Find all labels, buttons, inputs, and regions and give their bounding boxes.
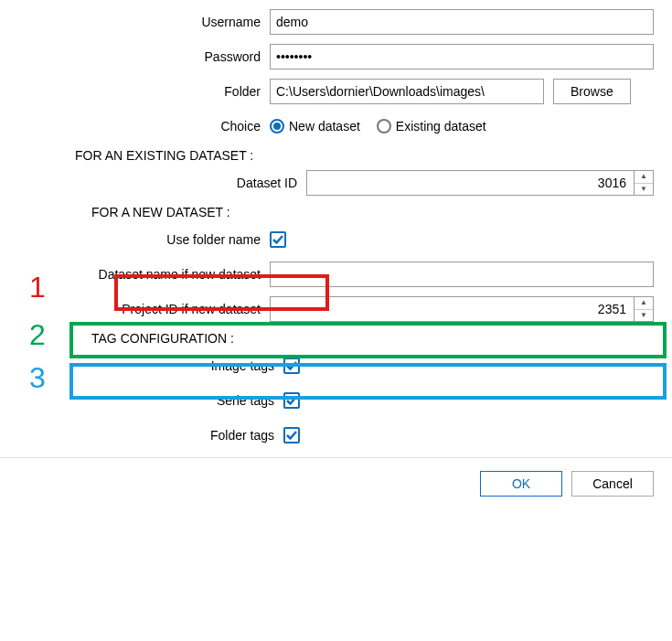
dataset-name-input[interactable]	[270, 262, 654, 287]
tag-heading: TAG CONFIGURATION :	[0, 331, 672, 346]
username-input[interactable]	[270, 9, 654, 35]
dataset-id-up-icon[interactable]: ▲	[635, 171, 653, 184]
project-id-up-icon[interactable]: ▲	[635, 297, 653, 310]
username-label: Username	[0, 15, 270, 29]
folder-tags-checkbox[interactable]	[283, 427, 300, 443]
radio-new-label: New dataset	[289, 119, 360, 134]
password-input[interactable]	[270, 44, 654, 69]
serie-tags-label: Serie tags	[0, 393, 283, 408]
ok-button[interactable]: OK	[480, 471, 562, 497]
serie-tags-checkbox[interactable]	[283, 392, 300, 409]
use-folder-checkbox[interactable]	[270, 231, 286, 248]
folder-label: Folder	[0, 84, 270, 99]
project-id-input[interactable]	[270, 296, 634, 322]
use-folder-label: Use folder name	[0, 232, 270, 247]
check-icon	[272, 234, 283, 245]
image-tags-checkbox[interactable]	[283, 358, 300, 374]
radio-unselected-icon	[377, 119, 391, 134]
browse-button[interactable]: Browse	[553, 79, 631, 104]
project-id-spin: ▲ ▼	[270, 296, 654, 322]
existing-heading: FOR AN EXISTING DATASET :	[0, 148, 672, 163]
cancel-button[interactable]: Cancel	[571, 471, 654, 497]
folder-tags-label: Folder tags	[0, 428, 283, 443]
project-id-down-icon[interactable]: ▼	[635, 310, 653, 322]
radio-existing-dataset[interactable]: Existing dataset	[377, 119, 486, 134]
choice-label: Choice	[0, 119, 270, 134]
check-icon	[286, 395, 297, 406]
dataset-id-label: Dataset ID	[0, 176, 306, 190]
form-area: Username Password Folder Browse Choice	[0, 0, 672, 448]
radio-selected-icon	[270, 119, 284, 134]
dialog-footer: OK Cancel	[0, 457, 672, 509]
upload-dialog: Username Password Folder Browse Choice	[0, 0, 672, 509]
folder-input[interactable]	[270, 79, 544, 104]
check-icon	[286, 360, 297, 371]
project-id-label: Project ID if new dataset	[0, 302, 270, 316]
dataset-id-input[interactable]	[306, 170, 634, 196]
check-icon	[286, 430, 297, 441]
password-label: Password	[0, 49, 270, 64]
dataset-id-down-icon[interactable]: ▼	[635, 184, 653, 196]
dataset-name-label: Dataset name if new dataset	[0, 267, 270, 282]
image-tags-label: Image tags	[0, 358, 283, 373]
dataset-id-spin: ▲ ▼	[306, 170, 654, 196]
new-heading: FOR A NEW DATASET :	[0, 205, 672, 219]
radio-new-dataset[interactable]: New dataset	[270, 119, 360, 134]
radio-existing-label: Existing dataset	[396, 119, 486, 134]
